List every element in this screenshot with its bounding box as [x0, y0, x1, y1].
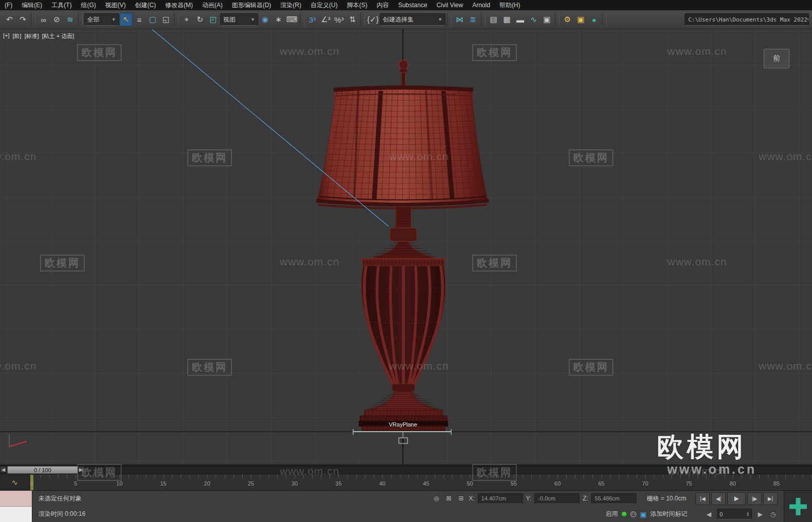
- y-coord-field[interactable]: -0.0cm: [534, 493, 579, 504]
- selection-set-dropdown[interactable]: 创建选择集▼: [380, 13, 446, 26]
- viewport-menu-standard[interactable]: [标准]: [25, 32, 39, 40]
- frame-number-label: 15: [160, 480, 166, 487]
- use-pivot-center-icon[interactable]: ◉: [259, 13, 272, 26]
- window-crossing-icon[interactable]: ◱: [160, 13, 172, 26]
- frame-number-label: 25: [248, 480, 254, 487]
- menu-item[interactable]: 自定义(U): [306, 0, 342, 10]
- mini-curve-editor-button[interactable]: ∿: [0, 474, 30, 491]
- frame-number-label: 20: [204, 480, 210, 487]
- track-bar[interactable]: ∿ 0510152025303540455055606570758085: [0, 474, 812, 490]
- frame-number-label: 35: [335, 480, 341, 487]
- absolute-mode-icon[interactable]: ⊞: [456, 494, 466, 503]
- named-selection-sets-icon[interactable]: {✓}: [366, 13, 379, 26]
- previous-frame-button[interactable]: ◀|: [711, 492, 726, 505]
- schematic-view-icon[interactable]: ▣: [540, 13, 553, 26]
- menu-item[interactable]: 帮助(H): [495, 0, 525, 10]
- selection-filter-dropdown[interactable]: 全部▼: [84, 13, 119, 26]
- frame-spinner[interactable]: ▲▼: [746, 512, 749, 517]
- viewport-menu-plus[interactable]: [+]: [3, 32, 10, 40]
- menu-item[interactable]: 创建(C): [130, 0, 161, 10]
- previous-key-button[interactable]: ◀: [704, 510, 713, 519]
- mini-listener-macro-row[interactable]: [0, 491, 32, 507]
- frame-number-label: 10: [117, 480, 123, 487]
- menu-item[interactable]: 工具(T): [47, 0, 76, 10]
- next-key-button[interactable]: ▶: [756, 510, 765, 519]
- time-configuration-button[interactable]: ◷: [768, 510, 778, 519]
- menu-item[interactable]: Civil View: [432, 0, 468, 10]
- align-icon[interactable]: ≣: [467, 13, 479, 26]
- enable-on-toggle[interactable]: [622, 512, 627, 517]
- rendered-frame-window-icon[interactable]: ▣: [574, 13, 587, 26]
- mini-listener-script-row[interactable]: [0, 507, 32, 522]
- select-and-link-icon[interactable]: ∞: [37, 13, 50, 26]
- bind-to-space-warp-icon[interactable]: ≋: [64, 13, 76, 26]
- frame-ticks: [32, 475, 812, 478]
- next-frame-button[interactable]: |▶: [747, 492, 762, 505]
- menu-item[interactable]: (F): [0, 0, 17, 10]
- time-slider-track[interactable]: [0, 466, 812, 474]
- keyboard-shortcut-override-icon[interactable]: ⌨: [285, 13, 298, 26]
- render-production-icon[interactable]: ●: [588, 13, 601, 26]
- viewport-menu-shading[interactable]: [粘土 + 边面]: [42, 32, 74, 40]
- time-slider-prev-arrow[interactable]: ◀: [0, 466, 7, 473]
- menu-item[interactable]: 动画(A): [198, 0, 227, 10]
- curve-editor-icon[interactable]: ∿: [527, 13, 540, 26]
- select-and-move-icon[interactable]: ⌖: [180, 13, 193, 26]
- lamp-model[interactable]: [316, 60, 489, 431]
- go-to-end-button[interactable]: ▶|: [763, 492, 778, 505]
- add-time-tag-button[interactable]: 添加时间标记: [650, 510, 687, 518]
- reference-coordinate-dropdown[interactable]: 视图▼: [220, 13, 258, 26]
- project-folder-field[interactable]: C:\Users\Han\Documents\3ds Max 2022▼: [685, 13, 809, 26]
- rectangular-selection-region-icon[interactable]: ▢: [146, 13, 159, 26]
- toggle-layer-explorer-icon[interactable]: ▦: [500, 13, 513, 26]
- menu-item[interactable]: 组(G): [76, 0, 101, 10]
- time-slider-next-arrow[interactable]: ▶: [78, 466, 84, 473]
- viewport-front[interactable]: [+] [前] [标准] [粘土 + 边面] 前 VRayPlane: [0, 29, 812, 465]
- render-setup-icon[interactable]: ⚙: [561, 13, 574, 26]
- menu-item[interactable]: 图形编辑器(D): [227, 0, 276, 10]
- spinner-snap-icon[interactable]: ⇅: [346, 13, 359, 26]
- select-and-scale-icon[interactable]: ◰: [207, 13, 220, 26]
- render-time-text: 渲染时间 0:00:16: [38, 510, 85, 518]
- frame-number-label: 70: [642, 480, 648, 487]
- vrayplane-object[interactable]: [353, 429, 451, 443]
- toggle-scene-explorer-icon[interactable]: ▤: [487, 13, 500, 26]
- toggle-ribbon-icon[interactable]: ▬: [514, 13, 527, 26]
- z-coord-field[interactable]: 55.486cm: [591, 493, 636, 504]
- maximize-viewport-toggle-button[interactable]: [784, 491, 812, 522]
- isolate-selection-icon[interactable]: ◎: [432, 494, 441, 503]
- viewport-menu-view[interactable]: [前]: [13, 32, 22, 40]
- selection-lock-icon[interactable]: ⊠: [444, 494, 453, 503]
- menu-item[interactable]: 内容: [372, 0, 394, 10]
- snap-toggle-3d-icon[interactable]: 3³: [306, 13, 319, 26]
- select-by-name-icon[interactable]: ≡: [133, 13, 146, 26]
- percent-snap-icon[interactable]: %³: [333, 13, 345, 26]
- redo-icon[interactable]: ↷: [16, 13, 29, 26]
- menu-item[interactable]: 渲染(R): [276, 0, 306, 10]
- menu-item[interactable]: 编辑(E): [17, 0, 47, 10]
- enable-label: 启用: [606, 510, 618, 518]
- menu-item[interactable]: Substance: [394, 0, 432, 10]
- go-to-start-button[interactable]: |◀: [695, 492, 710, 505]
- select-and-rotate-icon[interactable]: ↻: [194, 13, 206, 26]
- maxscript-mini-listener[interactable]: [0, 491, 32, 522]
- select-object-icon[interactable]: ↖: [120, 13, 132, 26]
- viewcube-front[interactable]: 前: [764, 49, 789, 68]
- enable-off-toggle[interactable]: O: [630, 511, 636, 517]
- menu-item[interactable]: 脚本(S): [342, 0, 372, 10]
- x-coord-field[interactable]: 14.407cm: [478, 493, 523, 504]
- select-and-manipulate-icon[interactable]: ∗: [272, 13, 285, 26]
- menu-item[interactable]: 修改器(M): [161, 0, 198, 10]
- time-slider-handle[interactable]: 0 / 100: [7, 466, 78, 474]
- menu-item[interactable]: 视图(V): [101, 0, 130, 10]
- undo-icon[interactable]: ↶: [3, 13, 16, 26]
- time-slider[interactable]: ◀ 0 / 100 ▶: [0, 465, 812, 474]
- play-button[interactable]: ▶: [727, 492, 746, 505]
- angle-snap-icon[interactable]: ∠³: [319, 13, 332, 26]
- menu-item[interactable]: Arnold: [468, 0, 495, 10]
- toolbar-separator: [174, 13, 179, 26]
- current-frame-field[interactable]: 0 ▲▼: [717, 509, 752, 519]
- mirror-icon[interactable]: ⋈: [453, 13, 466, 26]
- unlink-selection-icon[interactable]: ⊘: [50, 13, 63, 26]
- viewport-label: [+] [前] [标准] [粘土 + 边面]: [3, 32, 74, 40]
